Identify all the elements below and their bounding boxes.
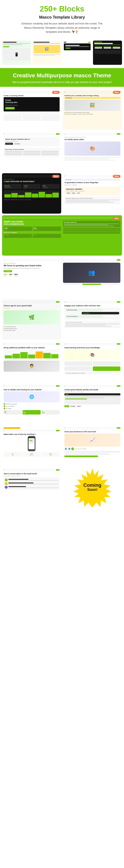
new-badge-investment: New	[52, 175, 59, 178]
template-card-create-web[interactable]: Create great website quickly and easily …	[63, 383, 122, 424]
creative-title: Creative Multipurpose masco Theme	[4, 72, 120, 79]
template-card-hosting[interactable]: Fast & reliable web hosting for your web…	[2, 383, 61, 424]
coming-soon-line2: Soon!	[83, 488, 101, 492]
template-card-better[interactable]: Make better use of time by tracking it 2…	[2, 425, 61, 466]
new-badge-ai: New	[113, 175, 120, 178]
coming-soon-badge: Coming Soon!	[72, 467, 113, 507]
creative-subtitle: We've prepared premium premade demos to …	[4, 81, 120, 84]
description: Embrace creativity and let your website …	[20, 22, 104, 34]
templates-grid: New Create a stunning website Createstun…	[0, 87, 124, 510]
new-badge-unleash: New	[113, 91, 120, 94]
coming-soon-card: Coming Soon!	[63, 467, 122, 507]
template-card-fitness[interactable]: Fitness app for your good health ★★★★★ 🌿…	[2, 299, 61, 340]
new-badge-smart: New	[113, 217, 120, 220]
header-section: 250+ Blocks Masco Template Library Embra…	[0, 0, 124, 40]
subtitle: Masco Template Library	[4, 15, 120, 20]
preview-thumb-4	[93, 40, 122, 65]
main-title: 250+ Blocks	[4, 5, 120, 13]
new-badge-stunning: New	[52, 91, 59, 94]
preview-thumb-3	[63, 40, 92, 65]
template-card-speed[interactable]: Speed up your workflow with us Automate …	[2, 131, 61, 172]
preview-thumb-1: 📱	[2, 40, 31, 65]
template-card-learning[interactable]: Keep learning and boost your knowledge 📚…	[63, 341, 122, 382]
template-card-unleash[interactable]: New Unleash your creativity with AI Imag…	[63, 89, 122, 130]
template-card-email[interactable]: Start a conversation in the email world …	[2, 467, 61, 507]
coming-soon-line1: Coming	[83, 483, 101, 488]
template-card-investment[interactable]: New NEW FRONTIER A NEW FRONTIER OF INVES…	[2, 173, 61, 214]
template-card-grow[interactable]: Grow your business to the next level 📈 👤…	[63, 425, 122, 466]
template-card-ai[interactable]: New AI Content AI-generated content, at …	[63, 173, 122, 214]
template-card-guide[interactable]: Our learning guide to your UX Studio pho…	[63, 131, 122, 172]
template-card-traffic[interactable]: Bring additional qualified traffic to yo…	[2, 341, 61, 382]
creative-section: Creative Multipurpose masco Theme We've …	[0, 68, 124, 87]
template-card-stunning[interactable]: New Create a stunning website Createstun…	[2, 89, 61, 130]
template-card-smart[interactable]: New SMART SOLUTIONSFOR A MODERN ERA 320+…	[2, 215, 122, 256]
template-card-engage[interactable]: Engage your audience with real-time chat…	[63, 299, 122, 340]
top-preview-grid: 📱 🖼️	[0, 40, 124, 68]
template-card-focus[interactable]: DIGITAL MARKETING We focus on growing yo…	[2, 257, 122, 298]
preview-thumb-2: 🖼️	[32, 40, 61, 65]
